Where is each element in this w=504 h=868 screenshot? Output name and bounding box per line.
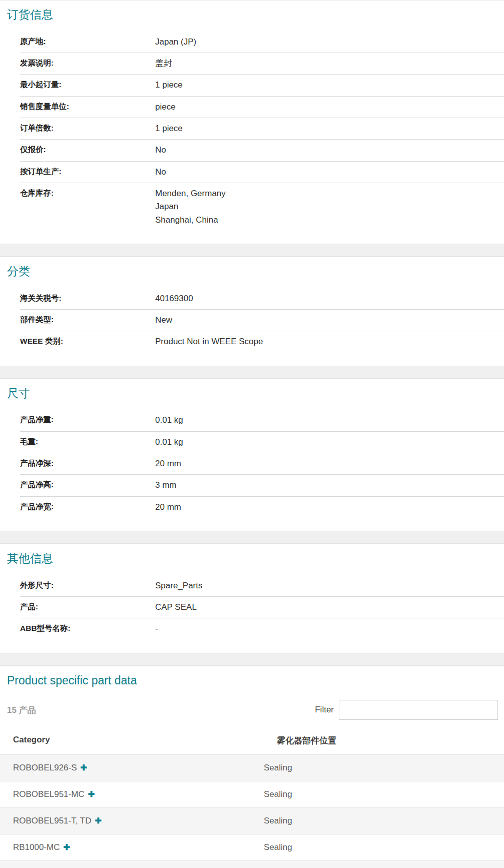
info-row: 发票说明: 盖封 [20, 53, 504, 75]
info-row: 订单倍数: 1 piece [20, 118, 504, 140]
info-label: 部件类型: [20, 314, 155, 326]
info-row: 最小起订量: 1 piece [20, 75, 504, 96]
filter-row: 15 产品 Filter [0, 697, 504, 730]
category-cell: ROBOBEL951-MC✚ [13, 789, 264, 799]
info-label: WEEE 类别: [20, 335, 155, 348]
dimensions-rows: 产品净重: 0.01 kg 毛重: 0.01 kg 产品净深: 20 mm 产品… [0, 410, 504, 531]
info-value: 0.01 kg [155, 414, 504, 427]
column-header-atomizer-part-position: 雾化器部件位置 [277, 735, 504, 746]
info-value: Spare_Parts [155, 579, 504, 592]
category-cell: ROBOBEL951-T, TD✚ [13, 816, 264, 826]
info-row: 产品净深: 20 mm [20, 453, 504, 475]
info-value: Menden, Germany Japan Shanghai, China [155, 187, 504, 227]
info-label: 仓库库存: [20, 187, 155, 200]
filter-label: Filter [315, 705, 334, 715]
info-label: 订单倍数: [20, 122, 155, 135]
info-value: No [155, 144, 504, 157]
category-label: RB1000-MC [13, 842, 60, 852]
info-row: 部件类型: New [20, 310, 504, 331]
info-value: - [155, 622, 504, 635]
section-title-classification: 分类 [0, 257, 504, 288]
other-info-rows: 外形尺寸: Spare_Parts 产品: CAP SEAL ABB型号名称: … [0, 575, 504, 653]
info-label: 产品净重: [20, 414, 155, 426]
category-cell: ROBOBEL926-S✚ [13, 763, 264, 773]
info-row: 仓库库存: Menden, Germany Japan Shanghai, Ch… [20, 183, 504, 231]
table-row[interactable]: ROBOBEL926-S✚ Sealing [0, 754, 504, 781]
ordering-info-rows: 原产地: Japan (JP) 发票说明: 盖封 最小起订量: 1 piece … [0, 32, 504, 244]
info-value: 40169300 [155, 292, 504, 305]
section-dimensions: 尺寸 产品净重: 0.01 kg 毛重: 0.01 kg 产品净深: 20 mm… [0, 379, 504, 531]
info-label: ABB型号名称: [20, 622, 155, 635]
info-row: ABB型号名称: - [20, 618, 504, 639]
info-value: piece [155, 101, 504, 114]
table-row[interactable]: RB1000-EXT✚ Sealing [0, 860, 504, 868]
table-row[interactable]: ROBOBEL951-T, TD✚ Sealing [0, 807, 504, 834]
filter-input[interactable] [339, 700, 498, 720]
section-other-info: 其他信息 外形尺寸: Spare_Parts 产品: CAP SEAL ABB型… [0, 544, 504, 653]
info-label: 产品净深: [20, 457, 155, 470]
section-ordering-info: 订货信息 原产地: Japan (JP) 发票说明: 盖封 最小起订量: 1 p… [0, 0, 504, 244]
table-row[interactable]: ROBOBEL951-MC✚ Sealing [0, 781, 504, 807]
info-label: 销售度量单位: [20, 101, 155, 113]
info-label: 原产地: [20, 36, 155, 48]
plus-icon[interactable]: ✚ [81, 763, 87, 772]
category-label: ROBOBEL951-T, TD [13, 816, 92, 825]
column-header-category: Category [13, 735, 277, 746]
section-title-part-data: Product specific part data [0, 666, 504, 697]
plus-icon[interactable]: ✚ [88, 790, 95, 798]
info-row: 原产地: Japan (JP) [20, 32, 504, 53]
plus-icon[interactable]: ✚ [95, 816, 102, 825]
info-value: 20 mm [155, 501, 504, 514]
info-value: Japan (JP) [155, 36, 504, 49]
classification-rows: 海关关税号: 40169300 部件类型: New WEEE 类别: Produ… [0, 288, 504, 366]
info-label: 产品: [20, 601, 155, 613]
info-label: 仅报价: [20, 144, 155, 156]
info-value: 盖封 [155, 57, 504, 70]
info-value: 0.01 kg [155, 436, 504, 449]
info-row: 销售度量单位: piece [20, 97, 504, 118]
info-row: 按订单生产: No [20, 162, 504, 183]
info-row: 产品净高: 3 mm [20, 475, 504, 496]
section-part-data: Product specific part data 15 产品 Filter … [0, 666, 504, 868]
section-divider [0, 653, 504, 666]
info-label: 外形尺寸: [20, 579, 155, 592]
table-header-row: Category 雾化器部件位置 [0, 730, 504, 754]
info-label: 发票说明: [20, 57, 155, 70]
part-data-table: Category 雾化器部件位置 ROBOBEL926-S✚ Sealing R… [0, 730, 504, 868]
info-label: 产品净宽: [20, 501, 155, 513]
info-value: 1 piece [155, 79, 504, 92]
info-label: 按订单生产: [20, 166, 155, 178]
info-row: 毛重: 0.01 kg [20, 432, 504, 453]
position-cell: Sealing [264, 789, 504, 799]
info-value: 1 piece [155, 122, 504, 135]
info-row: 产品净宽: 20 mm [20, 497, 504, 518]
info-label: 最小起订量: [20, 79, 155, 91]
info-value: 20 mm [155, 457, 504, 470]
info-value: CAP SEAL [155, 601, 504, 614]
category-label: ROBOBEL926-S [13, 763, 77, 772]
plus-icon[interactable]: ✚ [64, 843, 70, 851]
product-detail-page: 订货信息 原产地: Japan (JP) 发票说明: 盖封 最小起订量: 1 p… [0, 0, 504, 868]
info-row: 海关关税号: 40169300 [20, 288, 504, 310]
info-label: 海关关税号: [20, 292, 155, 305]
section-title-dimensions: 尺寸 [0, 379, 504, 410]
section-divider [0, 366, 504, 379]
info-row: 产品净重: 0.01 kg [20, 410, 504, 431]
position-cell: Sealing [264, 763, 504, 773]
info-row: WEEE 类别: Product Not in WEEE Scope [20, 331, 504, 352]
info-label: 产品净高: [20, 479, 155, 491]
info-value: Product Not in WEEE Scope [155, 335, 504, 348]
section-title-ordering-info: 订货信息 [0, 1, 504, 32]
table-row[interactable]: RB1000-MC✚ Sealing [0, 834, 504, 860]
section-divider [0, 531, 504, 544]
info-value: New [155, 314, 504, 327]
position-cell: Sealing [264, 816, 504, 826]
section-divider [0, 244, 504, 257]
category-label: ROBOBEL951-MC [13, 789, 85, 799]
info-row: 产品: CAP SEAL [20, 597, 504, 618]
info-value: 3 mm [155, 479, 504, 492]
section-classification: 分类 海关关税号: 40169300 部件类型: New WEEE 类别: Pr… [0, 257, 504, 366]
info-row: 外形尺寸: Spare_Parts [20, 575, 504, 597]
position-cell: Sealing [264, 842, 504, 852]
info-label: 毛重: [20, 436, 155, 448]
